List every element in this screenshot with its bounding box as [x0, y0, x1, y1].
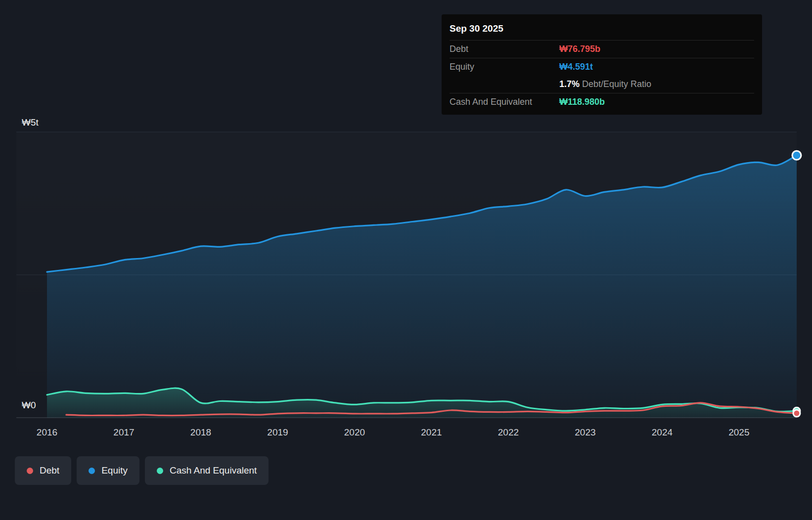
tooltip-equity-label: Equity [450, 62, 559, 72]
legend-item-cash[interactable]: Cash And Equivalent [145, 456, 269, 485]
legend-debt-label: Debt [40, 465, 59, 476]
x-axis-tick-2024: 2024 [652, 427, 673, 437]
tooltip-ratio-text: Debt/Equity Ratio [582, 79, 651, 89]
x-axis-tick-2025: 2025 [728, 427, 749, 437]
legend-cash-label: Cash And Equivalent [170, 465, 257, 476]
tooltip-row-equity: Equity ₩4.591t [450, 58, 754, 76]
y-axis-label-0: ₩0 [22, 400, 36, 411]
x-axis-tick-2022: 2022 [498, 427, 519, 437]
chart-tooltip: Sep 30 2025 Debt ₩76.795b Equity ₩4.591t… [442, 14, 762, 115]
chart-legend: Debt Equity Cash And Equivalent [15, 456, 269, 485]
tooltip-debt-value: ₩76.795b [559, 44, 600, 54]
x-axis-tick-2018: 2018 [190, 427, 211, 437]
tooltip-date: Sep 30 2025 [450, 19, 754, 40]
legend-item-debt[interactable]: Debt [15, 456, 71, 485]
x-axis-tick-2016: 2016 [37, 427, 57, 437]
tooltip-ratio-value: 1.7% [559, 79, 580, 89]
legend-equity-label: Equity [101, 465, 128, 476]
tooltip-debt-label: Debt [450, 44, 559, 54]
tooltip-row-ratio: 1.7% Debt/Equity Ratio [450, 76, 754, 93]
cash-legend-dot-icon [157, 468, 163, 474]
tooltip-row-debt: Debt ₩76.795b [450, 40, 754, 58]
tooltip-cash-label: Cash And Equivalent [450, 97, 559, 107]
y-axis-label-5t: ₩5t [22, 117, 39, 128]
x-axis-tick-2019: 2019 [267, 427, 288, 437]
debt-legend-dot-icon [27, 468, 33, 474]
tooltip-cash-value: ₩118.980b [559, 97, 605, 107]
x-axis-tick-2020: 2020 [344, 427, 365, 437]
x-axis-tick-2023: 2023 [575, 427, 595, 437]
tooltip-equity-value: ₩4.591t [559, 62, 593, 72]
x-axis-tick-2017: 2017 [113, 427, 134, 437]
legend-item-equity[interactable]: Equity [77, 456, 139, 485]
equity-legend-dot-icon [89, 468, 95, 474]
tooltip-row-cash: Cash And Equivalent ₩118.980b [450, 93, 754, 111]
x-axis-tick-2021: 2021 [421, 427, 442, 437]
